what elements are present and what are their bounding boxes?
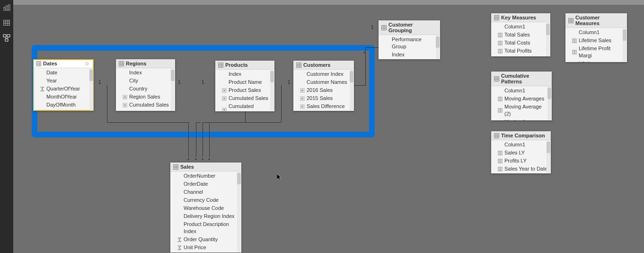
field-row[interactable]: Order Quantity (170, 235, 241, 244)
field-row[interactable]: Performance Group (379, 36, 440, 51)
field-row[interactable]: Total Costs (491, 39, 550, 47)
scrollbar[interactable] (350, 70, 353, 110)
relationship-line[interactable] (281, 85, 282, 122)
report-view-icon[interactable] (2, 3, 11, 12)
field-row[interactable]: Index (379, 51, 440, 59)
table-customers[interactable]: CustomersCustomer IndexCustomer Names201… (293, 61, 354, 111)
field-row[interactable]: Lifetime Profit Margi (565, 45, 627, 60)
field-row[interactable]: Lifetime Transactions (565, 60, 627, 62)
scrollbar[interactable] (237, 172, 241, 252)
field-row[interactable]: Cumulated Sales (215, 94, 274, 102)
scrollbar[interactable] (623, 28, 626, 62)
scrollbar[interactable] (547, 87, 551, 120)
relationship-line[interactable] (196, 122, 201, 123)
scrollbar-thumb[interactable] (89, 70, 93, 81)
field-row[interactable]: Profits LY (491, 157, 551, 165)
field-row[interactable]: City (116, 77, 175, 85)
field-row[interactable]: Moving Averages (491, 95, 552, 103)
scrollbar[interactable] (171, 69, 175, 110)
table-header[interactable]: Cumulative Patterns (491, 72, 552, 86)
field-row[interactable]: Index (116, 69, 175, 77)
field-row[interactable]: Total Transactions (491, 55, 550, 56)
field-row[interactable]: DayOfMonth (33, 101, 94, 109)
table-header[interactable]: Sales (170, 163, 241, 172)
table-header[interactable]: Key Measures (491, 13, 550, 22)
relationship-line[interactable] (354, 85, 365, 86)
scrollbar[interactable] (546, 23, 550, 56)
relationship-line[interactable] (365, 47, 366, 86)
field-row[interactable]: Line Total (170, 252, 241, 253)
table-key_measures[interactable]: Key MeasuresColumn1Total SalesTotal Cost… (491, 13, 550, 56)
field-row[interactable]: OrderNumber (170, 172, 241, 180)
table-time_comparison[interactable]: Time ComparisonColumn1Sales LYProfits LY… (491, 131, 551, 173)
field-row[interactable]: Date (33, 69, 94, 77)
table-dates[interactable]: DatesDateYearQuarterOfYearMonthOfYearDay… (33, 59, 94, 111)
field-row[interactable]: Total Profits (491, 47, 550, 55)
table-header[interactable]: Dates (33, 59, 94, 68)
relationship-line[interactable] (177, 85, 178, 86)
relationship-line[interactable] (196, 122, 196, 157)
field-row[interactable]: Warehouse Code (170, 204, 241, 212)
field-row[interactable]: Product Name (215, 78, 274, 86)
field-row[interactable]: Lifetime Sales (565, 36, 627, 45)
data-view-icon[interactable] (2, 18, 11, 27)
scrollbar-thumb[interactable] (623, 29, 626, 41)
relationship-line[interactable] (107, 85, 107, 122)
relationship-line[interactable] (203, 122, 203, 157)
field-row[interactable]: Moving Average (2) (491, 103, 552, 118)
field-row[interactable]: OrderDate (170, 180, 241, 188)
model-view-icon[interactable] (2, 33, 11, 43)
field-row[interactable]: Customer Names (293, 78, 354, 86)
field-row[interactable]: Channel (170, 188, 241, 196)
relationship-line[interactable] (209, 122, 210, 157)
table-regions[interactable]: RegionsIndexCityCountryRegion SalesCumul… (116, 59, 175, 111)
relationship-line[interactable] (365, 47, 379, 48)
table-header[interactable]: Products (215, 61, 274, 70)
scrollbar[interactable] (270, 70, 274, 111)
table-customer_measures[interactable]: Customer MeasuresColumn1Lifetime SalesLi… (565, 13, 627, 62)
field-row[interactable]: Sales LY (491, 149, 551, 157)
table-products[interactable]: ProductsIndexProduct NameProduct SalesCu… (215, 61, 274, 111)
scrollbar-thumb[interactable] (547, 142, 550, 153)
field-row[interactable]: Column1 (491, 87, 552, 95)
scrollbar-thumb[interactable] (546, 24, 550, 35)
table-header[interactable]: Time Comparison (491, 131, 551, 140)
table-header[interactable]: Customers (293, 61, 354, 70)
field-row[interactable]: Moving Average (No (491, 118, 552, 120)
relationship-line[interactable] (209, 122, 281, 123)
field-row[interactable]: Customer Index (293, 70, 354, 78)
field-row[interactable]: QuarterOfYear (33, 85, 94, 93)
field-row[interactable]: DateInt (33, 109, 94, 111)
scrollbar[interactable] (89, 69, 93, 110)
field-row[interactable]: 2016 Sales (293, 86, 354, 94)
field-row[interactable]: MonthOfYear (33, 93, 94, 101)
field-row[interactable]: Sales Year to Date (491, 165, 551, 173)
field-row[interactable]: Region Sales (116, 93, 175, 101)
field-row[interactable]: Currency Code (170, 196, 241, 204)
table-header[interactable]: Regions (116, 59, 175, 68)
relationship-line[interactable] (188, 122, 189, 157)
scrollbar[interactable] (547, 141, 550, 173)
field-row[interactable]: Sales Difference (293, 102, 354, 110)
table-header[interactable]: Customer Grouping (379, 20, 440, 35)
field-row[interactable]: 2015 Sales (293, 94, 354, 102)
relationship-line[interactable] (107, 122, 188, 123)
table-customer_grouping[interactable]: Customer GroupingPerformance GroupIndex (379, 20, 440, 59)
field-row[interactable]: Country (116, 85, 175, 93)
scrollbar-thumb[interactable] (547, 88, 551, 99)
table-header[interactable]: Customer Measures (565, 13, 627, 28)
field-row[interactable]: Cumulated Percenta (215, 102, 274, 111)
field-row[interactable]: Product Description Index (170, 220, 241, 235)
field-row[interactable]: Delivery Region Index (170, 212, 241, 220)
scrollbar-thumb[interactable] (270, 71, 274, 82)
field-row[interactable]: Index (215, 70, 274, 78)
scrollbar-thumb[interactable] (350, 71, 353, 82)
field-row[interactable]: Cumulated Percenta (116, 109, 175, 111)
scrollbar[interactable] (436, 36, 440, 59)
model-diagram-canvas[interactable]: 1 1 1 1 1 * * * * * DatesDateYearQuarter… (13, 0, 644, 253)
field-row[interactable]: Year (33, 77, 94, 85)
table-cumulative_patterns[interactable]: Cumulative PatternsColumn1Moving Average… (491, 72, 552, 120)
table-sales[interactable]: SalesOrderNumberOrderDateChannelCurrency… (170, 163, 241, 253)
scrollbar-thumb[interactable] (436, 36, 440, 48)
field-row[interactable]: Cumulated Sales (116, 101, 175, 109)
